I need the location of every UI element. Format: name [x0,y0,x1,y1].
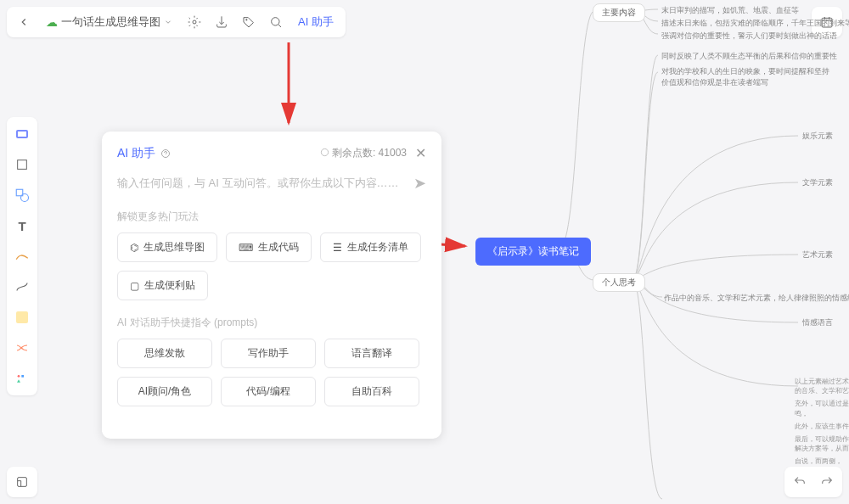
bottom-right-toolbar [784,467,842,497]
mindmap-node-main-content[interactable]: 主要内容 [593,3,645,22]
section-label-2: AI 对话助手快捷指令 (prompts) [117,316,426,330]
chip-generate-mindmap[interactable]: ⌬生成思维导图 [117,232,217,262]
mindmap-leaf[interactable]: 文学元素 [802,177,833,188]
svg-point-0 [193,20,196,24]
mindmap-leaf[interactable]: 末日审判的描写，如饥荒、地震、血征等 [661,5,799,16]
chip-generate-code[interactable]: ⌨生成代码 [226,232,312,262]
tool-mindmap[interactable] [10,336,34,360]
ai-assistant-panel: AI 助手 剩余点数: 41003 ✕ ➤ 解锁更多热门玩法 ⌬生成思维导图 ⌨… [102,132,441,439]
svg-point-7 [18,375,20,378]
chevron-down-icon [164,18,172,26]
chip-generate-sticky[interactable]: ▢生成便利贴 [117,271,208,300]
mindmap-leaf[interactable]: 艺术元素 [802,249,833,260]
mindmap-icon: ⌬ [130,242,138,254]
tool-select[interactable] [10,122,34,146]
tool-more[interactable] [10,367,34,390]
mindmap-leaf[interactable]: 作品中的音乐、文学和艺术元素，给人律律照照的情感绘制 [664,293,849,304]
ai-assistant-link[interactable]: AI 助手 [293,14,339,30]
svg-point-6 [21,194,29,202]
settings-button[interactable] [184,12,205,32]
send-button[interactable]: ➤ [413,174,426,193]
chip-generate-tasklist[interactable]: ☰生成任务清单 [320,232,421,262]
mindmap-text-block[interactable]: 以上元素融过艺术的手法加入意境，并带出情感印的音乐、文学和艺 充外，可以通过是潮… [795,377,849,467]
doc-title-dropdown[interactable]: ☁ 一句话生成思维导图 [41,14,177,30]
ai-panel-title: AI 助手 [117,146,171,161]
mindmap-leaf[interactable]: 情感语言 [802,317,833,328]
sticky-icon: ▢ [130,280,139,292]
export-button[interactable] [211,12,232,32]
chip-row-2: 思维发散 写作助手 语言翻译 AI顾问/角色 代码/编程 自助百科 [117,339,426,406]
side-toolbar: T [7,117,37,395]
points-indicator: 剩余点数: 41003 [320,146,407,160]
chip-coding[interactable]: 代码/编程 [221,377,316,406]
mindmap-leaf[interactable]: 同时反映了人类不顾生态平衡的后果和信仰的重要性 [661,51,837,62]
top-toolbar: ☁ 一句话生成思维导图 AI 助手 [7,7,346,37]
tool-frame[interactable] [10,153,34,176]
code-icon: ⌨ [239,242,253,254]
tool-text[interactable]: T [10,214,34,238]
svg-point-1 [246,20,247,20]
section-label-1: 解锁更多热门玩法 [117,210,426,224]
chip-encyclopedia[interactable]: 自助百科 [324,377,419,406]
back-button[interactable] [14,12,34,32]
list-icon: ☰ [333,242,342,254]
ai-prompt-input[interactable] [117,171,407,194]
cloud-icon: ☁ [46,15,58,29]
mindmap-leaf[interactable]: 对我的学校和人的生日的映象，要时间提醒和坚持价值观和信仰观是非在读者端写 [661,66,831,88]
mindmap-node-personal-thoughts[interactable]: 个人思考 [593,273,645,292]
chip-brainstorm[interactable]: 思维发散 [117,339,212,368]
mindmap-leaf[interactable]: 描述末日来临，包括灾难的降临顺序，千年王国的到来等 [661,18,849,29]
undo-button[interactable] [790,472,810,492]
svg-rect-9 [18,478,27,487]
tool-connector[interactable] [10,275,34,299]
mindmap-root-node[interactable]: 《启示录》读书笔记 [475,238,591,266]
redo-button[interactable] [817,472,837,492]
svg-rect-8 [21,375,24,378]
svg-rect-4 [18,160,27,170]
chip-row-1: ⌬生成思维导图 ⌨生成代码 ☰生成任务清单 ▢生成便利贴 [117,232,426,300]
chip-writing[interactable]: 写作助手 [221,339,316,368]
chip-translate[interactable]: 语言翻译 [324,339,419,368]
mindmap-leaf[interactable]: 娱乐元素 [802,131,833,142]
tool-pen[interactable] [10,244,34,268]
doc-title-label: 一句话生成思维导图 [61,14,160,30]
chip-ai-role[interactable]: AI顾问/角色 [117,377,212,406]
svg-point-13 [321,148,328,155]
svg-point-2 [272,18,279,25]
tool-shape[interactable] [10,183,34,207]
search-button[interactable] [266,12,286,32]
close-button[interactable]: ✕ [415,145,426,161]
mindmap-leaf[interactable]: 强调对信仰的重要性，警示人们要时刻做出神的话语 [661,31,837,42]
layers-button[interactable] [7,467,37,497]
help-icon[interactable] [160,148,171,159]
tag-button[interactable] [239,12,259,32]
tool-sticky[interactable] [10,305,34,329]
